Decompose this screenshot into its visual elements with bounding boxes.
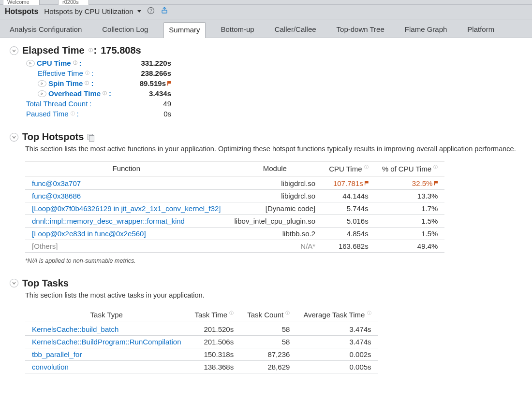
chevron-down-icon[interactable] [10,133,18,142]
metric-value: 331.220s [123,59,171,67]
function-cell: [Others] [25,240,228,252]
chevron-right-icon[interactable] [38,90,46,97]
task-type-cell[interactable]: KernelsCache::BuildProgram::RunCompilati… [25,336,188,348]
cpu-time-cell: 44.144s [322,189,375,202]
metric-row-label: Spin Time ⓘ: [26,79,123,87]
metric-row-label: Effective Time ⓘ: [26,69,123,77]
col-avg-task-time: Average Task Time ⓘ [296,307,378,322]
task-count-cell: 87,236 [240,348,296,361]
top-hotspots-desc: This section lists the most active funct… [25,144,527,154]
table-row: [Others]N/A*163.682s49.4% [25,240,444,252]
elapsed-time-label: Elapsed Time [22,45,85,56]
tab-summary[interactable]: Summary [163,22,205,38]
module-cell: libigdrcl.so [228,189,323,202]
metric-label[interactable]: Total Thread Count [26,100,88,108]
metric-label[interactable]: Paused Time [26,110,69,118]
avg-task-time-cell: 0.002s [296,348,378,361]
function-cell[interactable]: dnnl::impl::memory_desc_wrapper::format_… [25,214,228,227]
table-row: convolution138.368s28,6290.005s [25,361,378,373]
help-icon[interactable]: ? [147,7,155,16]
hotspots-footnote: *N/A is applied to non-summable metrics. [25,257,527,264]
info-icon[interactable]: ⓘ [285,311,290,315]
svg-text:?: ? [149,8,152,14]
metric-value: 3.434s [123,89,171,98]
export-icon[interactable] [161,7,168,16]
tab-platform[interactable]: Platform [462,22,499,38]
tab-collection-log[interactable]: Collection Log [97,22,153,38]
flag-icon [434,181,438,186]
tasks-table: Task Type Task Time ⓘ Task Count ⓘ Avera… [25,307,378,373]
viewpoint-dropdown[interactable]: Hotspots by CPU Utilization [44,7,141,15]
info-icon[interactable]: ⓘ [85,70,89,76]
task-time-cell: 201.506s [188,336,240,348]
view-tabs: Analysis ConfigurationCollection LogSumm… [0,19,532,38]
caret-down-icon [137,10,141,13]
viewpoint-label: Hotspots by CPU Utilization [44,7,133,15]
tab-top-down-tree[interactable]: Top-down Tree [332,22,389,38]
task-type-cell[interactable]: KernelsCache::build_batch [25,322,188,336]
avg-task-time-cell: 3.474s [296,322,378,336]
metric-row-label: Overhead Time ⓘ: [26,89,123,98]
metric-label[interactable]: Overhead Time [48,89,101,98]
info-icon[interactable]: ⓘ [73,60,77,66]
copy-icon[interactable] [88,134,94,141]
metric-label[interactable]: Effective Time [38,69,83,77]
pct-cpu-time-cell: 1.5% [375,227,445,240]
top-hotspots-title: Top Hotspots [22,131,84,143]
pct-cpu-time-cell: 49.4% [375,240,445,252]
tab-flame-graph[interactable]: Flame Graph [400,22,452,38]
doc-tab-result[interactable]: r0200s [58,0,89,5]
module-cell: libov_intel_cpu_plugin.so [228,214,323,227]
task-type-cell[interactable]: convolution [25,361,188,373]
tab-analysis-configuration[interactable]: Analysis Configuration [5,22,87,38]
module-cell: libtbb.so.2 [228,227,323,240]
info-icon[interactable]: ⓘ [85,80,89,86]
toolbar-title: Hotspots [5,7,38,16]
metric-label[interactable]: CPU Time [37,59,71,67]
function-cell[interactable]: [Loop@0x2e83d in func@0x2e560] [25,227,228,240]
cpu-time-cell: 163.682s [322,240,375,252]
col-function: Function [25,161,228,176]
metric-row-label: CPU Time ⓘ: [26,59,123,67]
col-task-count: Task Count ⓘ [240,307,296,322]
table-row: KernelsCache::build_batch201.520s583.474… [25,322,378,336]
metric-value: 89.519s [123,79,171,87]
metric-row-label: Paused Time ⓘ: [26,110,123,118]
tab-caller-callee[interactable]: Caller/Callee [270,22,321,38]
section-elapsed-time: Elapsed Time ⓘ : 175.808s CPU Time ⓘ:331… [10,45,527,118]
task-count-cell: 28,629 [240,361,296,373]
function-cell[interactable]: [Loop@0x7f0b46326129 in jit_avx2_1x1_con… [25,202,228,214]
pct-cpu-time-cell: 1.7% [375,202,445,214]
avg-task-time-cell: 0.005s [296,361,378,373]
hotspots-table: Function Module CPU Time ⓘ % of CPU Time… [25,161,444,253]
function-cell[interactable]: func@0x38686 [25,189,228,202]
module-cell: [Dynamic code] [228,202,323,214]
info-icon[interactable]: ⓘ [229,311,234,315]
flag-icon [365,181,369,186]
table-row: KernelsCache::BuildProgram::RunCompilati… [25,336,378,348]
cpu-time-cell: 5.744s [322,202,375,214]
task-time-cell: 201.520s [188,322,240,336]
chevron-right-icon[interactable] [26,60,35,67]
table-row: dnnl::impl::memory_desc_wrapper::format_… [25,214,444,227]
info-icon[interactable]: ⓘ [364,165,369,170]
chevron-down-icon[interactable] [10,279,18,287]
col-task-time: Task Time ⓘ [188,307,240,322]
info-icon[interactable]: ⓘ [103,90,107,97]
task-type-cell[interactable]: tbb_parallel_for [25,348,188,361]
chevron-down-icon[interactable] [10,46,18,55]
table-row: func@0x38686libigdrcl.so44.144s13.3% [25,189,444,202]
chevron-right-icon[interactable] [38,80,46,87]
function-cell[interactable]: func@0x3a707 [25,176,228,189]
info-icon[interactable]: ⓘ [71,111,75,117]
section-top-tasks: Top Tasks This section lists the most ac… [10,278,527,374]
doc-tab-welcome[interactable]: Welcome [3,0,40,5]
metric-value: 49 [123,100,171,108]
metric-label[interactable]: Spin Time [48,79,83,87]
info-icon[interactable]: ⓘ [433,165,438,170]
cpu-time-cell: 4.854s [322,227,375,240]
info-icon[interactable]: ⓘ [89,47,93,54]
tab-bottom-up[interactable]: Bottom-up [216,22,259,38]
module-cell: libigdrcl.so [228,176,323,189]
info-icon[interactable]: ⓘ [367,311,371,315]
